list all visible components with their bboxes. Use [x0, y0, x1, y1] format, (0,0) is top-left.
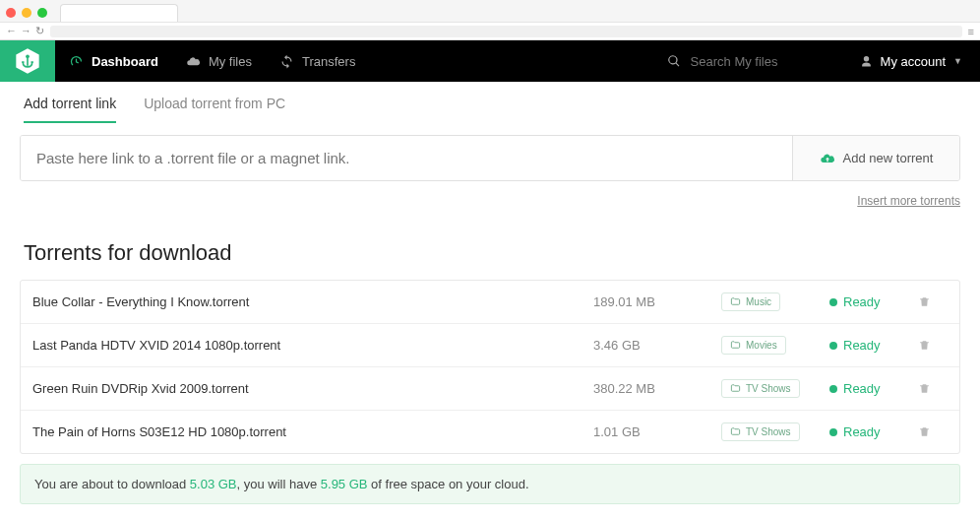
folder-icon: [730, 340, 741, 351]
sync-icon: [279, 54, 294, 69]
search-icon: [667, 54, 681, 68]
torrent-status: Ready: [829, 424, 918, 439]
torrent-status: Ready: [829, 381, 918, 396]
torrent-status: Ready: [829, 338, 918, 353]
minimize-window-icon[interactable]: [22, 8, 31, 18]
nav-dashboard-label: Dashboard: [92, 54, 158, 69]
nav-dashboard[interactable]: Dashboard: [55, 40, 172, 82]
anchor-logo-icon: [14, 47, 41, 75]
nav-myfiles[interactable]: My files: [172, 40, 266, 82]
category-badge[interactable]: TV Shows: [721, 379, 800, 398]
torrent-list: Blue Collar - Everything I Know.torrent1…: [20, 280, 960, 454]
page-tabs: Add torrent link Upload torrent from PC: [20, 82, 960, 123]
summary-free: 5.95 GB: [321, 477, 368, 491]
torrent-size: 189.01 MB: [593, 294, 721, 309]
trash-icon: [918, 382, 948, 395]
add-torrent-button[interactable]: Add new torrent: [792, 136, 959, 180]
summary-mid: , you will have: [237, 477, 321, 491]
delete-button[interactable]: [918, 425, 948, 438]
folder-icon: [730, 383, 741, 394]
trash-icon: [918, 425, 948, 438]
user-icon: [860, 55, 873, 68]
gauge-icon: [69, 54, 84, 69]
nav-myfiles-label: My files: [209, 54, 252, 69]
section-title: Torrents for download: [20, 240, 960, 266]
tab-add-link[interactable]: Add torrent link: [24, 96, 116, 123]
delete-button[interactable]: [918, 295, 948, 308]
torrent-row: The Pain of Horns S03E12 HD 1080p.torren…: [21, 411, 959, 453]
torrent-row: Green Ruin DVDRip Xvid 2009.torrent380.2…: [21, 367, 959, 411]
browser-menu-icon[interactable]: ≡: [968, 26, 974, 37]
svg-point-1: [26, 54, 30, 58]
search-area: [653, 40, 842, 82]
folder-icon: [730, 296, 741, 307]
nav-transfers-label: Transfers: [302, 54, 355, 69]
account-menu[interactable]: My account ▼: [842, 40, 980, 82]
folder-icon: [730, 426, 741, 437]
close-window-icon[interactable]: [6, 8, 16, 18]
cloud-upload-icon: [820, 151, 835, 166]
torrent-size: 380.22 MB: [593, 381, 721, 396]
main-nav: Dashboard My files Transfers My account …: [0, 40, 980, 82]
torrent-name: Blue Collar - Everything I Know.torrent: [32, 294, 593, 309]
status-dot-icon: [829, 342, 837, 350]
maximize-window-icon[interactable]: [37, 8, 47, 18]
browser-chrome: ← → ↻ ≡: [0, 0, 980, 40]
account-label: My account: [881, 54, 946, 69]
nav-transfers[interactable]: Transfers: [266, 40, 369, 82]
torrent-name: Green Ruin DVDRip Xvid 2009.torrent: [32, 381, 593, 396]
status-dot-icon: [829, 298, 837, 306]
trash-icon: [918, 295, 948, 308]
torrent-input-row: Add new torrent: [20, 135, 960, 181]
forward-icon[interactable]: →: [21, 25, 31, 37]
trash-icon: [918, 339, 948, 352]
insert-more-link[interactable]: Insert more torrents: [857, 194, 960, 208]
torrent-row: Blue Collar - Everything I Know.torrent1…: [21, 281, 959, 324]
back-icon[interactable]: ←: [6, 25, 17, 37]
category-badge[interactable]: TV Shows: [721, 422, 800, 441]
torrent-name: Last Panda HDTV XVID 2014 1080p.torrent: [32, 338, 593, 353]
download-summary: You are about to download 5.03 GB, you w…: [20, 464, 960, 504]
torrent-row: Last Panda HDTV XVID 2014 1080p.torrent3…: [21, 324, 959, 367]
delete-button[interactable]: [918, 382, 948, 395]
search-input[interactable]: [691, 54, 828, 69]
cloud-icon: [186, 54, 201, 69]
add-torrent-label: Add new torrent: [843, 151, 934, 165]
category-badge[interactable]: Music: [721, 292, 780, 311]
traffic-lights: [6, 8, 47, 18]
address-bar[interactable]: [50, 26, 962, 37]
category-badge[interactable]: Movies: [721, 336, 786, 355]
torrent-status: Ready: [829, 294, 918, 309]
chevron-down-icon: ▼: [953, 56, 962, 66]
delete-button[interactable]: [918, 339, 948, 352]
status-dot-icon: [829, 385, 837, 393]
status-dot-icon: [829, 428, 837, 436]
summary-prefix: You are about to download: [34, 477, 190, 491]
torrent-name: The Pain of Horns S03E12 HD 1080p.torren…: [32, 424, 593, 439]
torrent-link-input[interactable]: [21, 136, 792, 180]
summary-suffix: of free space on your cloud.: [368, 477, 529, 491]
tab-upload-pc[interactable]: Upload torrent from PC: [144, 96, 285, 123]
reload-icon[interactable]: ↻: [35, 25, 44, 37]
torrent-size: 1.01 GB: [593, 424, 721, 439]
browser-tab[interactable]: [60, 4, 178, 22]
logo[interactable]: [0, 40, 55, 82]
torrent-size: 3.46 GB: [593, 338, 721, 353]
summary-total: 5.03 GB: [190, 477, 237, 491]
